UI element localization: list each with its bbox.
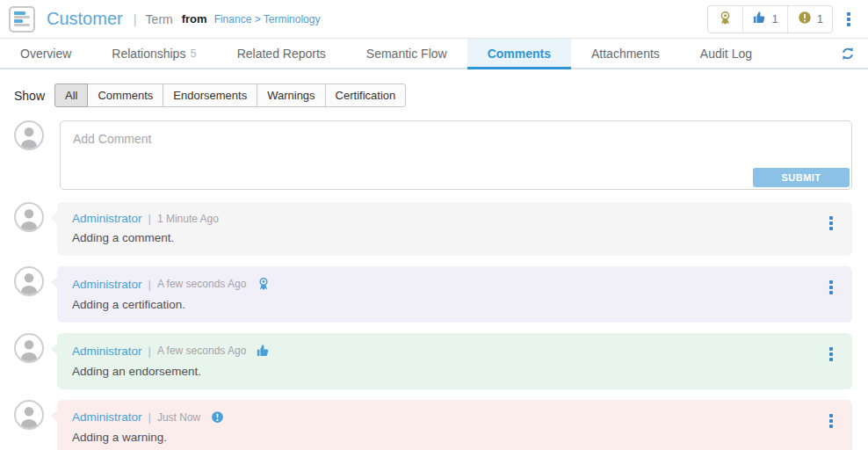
comment-author[interactable]: Administrator [72,212,142,225]
endorsement-stat[interactable]: 1 [742,6,787,33]
comment-card: Administrator | 1 Minute Ago Adding a co… [57,202,852,256]
comment-item: Administrator | A few seconds Ago Adding… [14,266,852,323]
comment-timestamp: A few seconds Ago [157,345,246,357]
comment-card: Administrator | A few seconds Ago Adding… [57,266,852,323]
asset-stats-group: 1 1 [707,5,833,33]
comment-card: Administrator | Just Now Adding a warnin… [57,400,852,450]
thumbs-up-icon [752,10,768,28]
warning-stat[interactable]: 1 [787,6,832,33]
term-logo-icon [9,6,35,33]
page-title: Customer [47,9,123,29]
header: Customer | Term from Finance > Terminolo… [0,0,868,39]
filter-button-group: All Comments Endorsements Warnings Certi… [54,83,406,107]
warning-icon [210,410,225,425]
comment-separator: | [148,410,151,424]
warning-icon [797,10,813,28]
title-separator: | [134,11,137,26]
comment-author[interactable]: Administrator [72,345,142,358]
comment-timestamp: A few seconds Ago [157,278,246,290]
comment-text: Adding a comment. [72,231,838,244]
comment-kebab-menu-icon[interactable] [824,277,838,298]
comment-kebab-menu-icon[interactable] [824,213,838,234]
tab-bar: Overview Relationships 5 Related Reports… [0,39,868,69]
comment-separator: | [148,345,151,358]
certification-badge-icon [717,10,734,29]
certification-badge-icon [256,276,271,292]
filter-warnings-button[interactable]: Warnings [257,83,325,107]
comment-author[interactable]: Administrator [72,410,142,424]
avatar [14,333,44,363]
filter-endorsements-button[interactable]: Endorsements [163,83,257,107]
tab-related-reports[interactable]: Related Reports [217,39,346,68]
filter-comments-button[interactable]: Comments [87,83,163,107]
show-label: Show [14,89,45,103]
avatar [14,120,44,150]
warning-count: 1 [817,12,823,25]
tab-relationships[interactable]: Relationships 5 [91,39,216,68]
comment-input[interactable] [61,121,851,189]
comment-separator: | [148,278,151,291]
comment-text: Adding an endorsement. [72,365,838,378]
from-label: from [182,12,207,25]
comment-kebab-menu-icon[interactable] [824,344,838,365]
relationships-count: 5 [190,47,196,60]
filter-row: Show All Comments Endorsements Warnings … [14,83,852,107]
comment-item: Administrator | 1 Minute Ago Adding a co… [14,202,852,256]
certification-stat[interactable] [708,6,742,33]
filter-certification-button[interactable]: Certification [325,83,407,107]
comment-timestamp: 1 Minute Ago [157,213,219,225]
avatar [14,400,44,430]
comment-item: Administrator | A few seconds Ago Adding… [14,333,852,389]
comment-item: Administrator | Just Now Adding a warnin… [14,400,852,450]
asset-type-label: Term [146,12,173,26]
comment-text: Adding a certification. [72,298,838,311]
comment-kebab-menu-icon[interactable] [824,410,838,432]
header-kebab-menu-icon[interactable] [842,9,856,30]
tab-overview[interactable]: Overview [0,39,91,68]
refresh-icon[interactable] [836,42,868,65]
breadcrumb[interactable]: Finance > Terminology [214,13,321,25]
endorsement-count: 1 [772,12,778,25]
submit-button[interactable]: SUBMIT [753,168,850,187]
comment-separator: | [148,212,151,225]
avatar [14,202,44,232]
tab-attachments[interactable]: Attachments [571,39,680,68]
comment-author[interactable]: Administrator [72,278,142,291]
tab-semantic-flow[interactable]: Semantic Flow [346,39,467,68]
thumbs-up-icon [256,343,271,359]
comment-composer: SUBMIT [14,120,852,190]
comment-input-box: SUBMIT [60,120,852,190]
avatar [14,266,44,296]
comment-text: Adding a warning. [72,431,838,444]
filter-all-button[interactable]: All [54,83,88,107]
comments-panel: Show All Comments Endorsements Warnings … [0,69,868,450]
tab-comments[interactable]: Comments [467,39,571,68]
comment-timestamp: Just Now [157,411,200,424]
tab-audit-log[interactable]: Audit Log [680,39,772,68]
comment-card: Administrator | A few seconds Ago Adding… [57,333,852,389]
